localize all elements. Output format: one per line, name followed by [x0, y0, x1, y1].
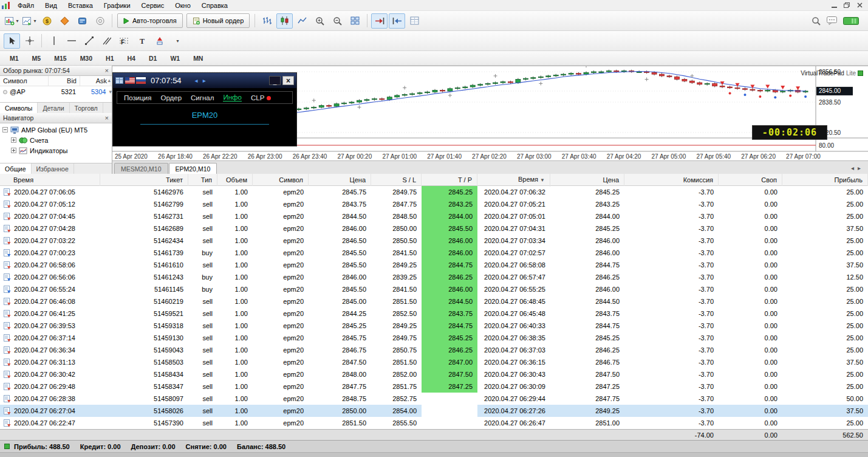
expand-icon[interactable]: [11, 137, 16, 143]
new-order-button[interactable]: Новый ордер: [186, 13, 250, 28]
tile-windows-button[interactable]: [347, 13, 363, 29]
history-row[interactable]: 2020.04.27 07:06:0551462976sell1.00epm20…: [0, 186, 868, 198]
profiles-button[interactable]: ▾: [21, 13, 38, 29]
history-row[interactable]: 2020.04.27 06:41:2551459521sell1.00epm20…: [0, 308, 868, 320]
timeframe-M30[interactable]: M30: [74, 53, 98, 64]
column-header-12[interactable]: Прибыль: [782, 174, 868, 186]
vtp-nav-arrows[interactable]: ◂▸: [195, 77, 211, 84]
mw-column-1[interactable]: Bid: [49, 76, 80, 86]
chart-tab-0[interactable]: MESM20,M10: [114, 163, 168, 174]
history-row[interactable]: 2020.04.27 06:29:4851458347sell1.00epm20…: [0, 380, 868, 393]
zoom-out-button[interactable]: [329, 13, 346, 29]
history-row[interactable]: 2020.04.27 06:30:4251458434sell1.00epm20…: [0, 368, 868, 380]
timeframe-H1[interactable]: H1: [100, 53, 120, 64]
history-row[interactable]: 2020.04.27 07:04:2851462689sell1.00epm20…: [0, 222, 868, 235]
vtp-tab-2[interactable]: Сигнал: [191, 94, 214, 101]
history-row[interactable]: 2020.04.27 06:28:3851458097sell1.00epm20…: [0, 393, 868, 405]
scroll-down-icon[interactable]: ▾: [109, 89, 112, 95]
text-tool-button[interactable]: T: [134, 33, 150, 49]
data-window-button[interactable]: [406, 13, 423, 29]
signals-button[interactable]: [92, 13, 108, 29]
cursor-tool-button[interactable]: [4, 33, 20, 49]
mw-tab-1[interactable]: Детали: [38, 103, 69, 113]
history-row[interactable]: 2020.04.27 07:05:1251462799sell1.00epm20…: [0, 198, 868, 210]
chart-tab-1[interactable]: EPM20,M10: [169, 163, 217, 174]
column-header-7[interactable]: T / P: [422, 174, 477, 186]
line-chart-mode-button[interactable]: [294, 13, 310, 29]
close-icon[interactable]: ×: [105, 114, 109, 122]
column-header-2[interactable]: Тип: [188, 174, 217, 186]
vertical-line-tool-button[interactable]: [46, 33, 62, 49]
autotrade-button[interactable]: Авто-торговля: [117, 13, 183, 28]
vtp-tab-4[interactable]: CLP: [251, 94, 271, 101]
history-row[interactable]: 2020.04.27 06:56:0651461243buy1.00epm202…: [0, 271, 868, 283]
navigator-item-0[interactable]: AMP Global (EU) MT5: [0, 125, 112, 135]
vtp-tab-1[interactable]: Ордер: [160, 94, 182, 101]
column-header-9[interactable]: Цена: [550, 174, 624, 186]
history-row[interactable]: 2020.04.27 06:58:0651461610sell1.00epm20…: [0, 259, 868, 271]
scroll-up-icon[interactable]: ▴: [108, 77, 111, 83]
column-header-0[interactable]: Время: [0, 174, 100, 186]
history-row[interactable]: 2020.04.27 06:36:3451459043sell1.00epm20…: [0, 344, 868, 356]
history-row[interactable]: 2020.04.27 07:00:2351461739buy1.00epm202…: [0, 247, 868, 259]
navigator-item-1[interactable]: Счета: [0, 135, 112, 145]
menu-item-2[interactable]: Вставка: [63, 0, 98, 11]
fibonacci-tool-button[interactable]: F: [116, 33, 132, 49]
history-row[interactable]: 2020.04.27 06:55:2451461145buy1.00epm202…: [0, 283, 868, 295]
navigator-item-2[interactable]: Индикаторы: [0, 145, 112, 156]
column-header-11[interactable]: Своп: [719, 174, 782, 186]
tab-scroll-arrows[interactable]: ◂▸: [851, 165, 864, 171]
timeframe-M5[interactable]: M5: [26, 53, 47, 64]
tools-dropdown-button[interactable]: ▾: [169, 33, 185, 49]
menu-item-5[interactable]: Окно: [169, 0, 196, 11]
market-watch-header[interactable]: Обзор рынка: 07:07:54 ×: [0, 66, 112, 76]
close-button[interactable]: [854, 1, 865, 10]
vtp-tab-0[interactable]: Позиция: [124, 94, 151, 101]
bar-chart-mode-button[interactable]: [259, 13, 275, 29]
column-header-4[interactable]: Символ: [253, 174, 309, 186]
timeframe-M15[interactable]: M15: [48, 53, 72, 64]
timeframe-H4[interactable]: H4: [121, 53, 142, 64]
history-row[interactable]: 2020.04.27 06:31:1351458503sell1.00epm20…: [0, 356, 868, 368]
terminal-button[interactable]: [74, 13, 91, 29]
collapse-icon[interactable]: [2, 127, 8, 132]
timeframe-D1[interactable]: D1: [143, 53, 163, 64]
nav-tab-1[interactable]: Избранное: [32, 163, 74, 174]
column-header-5[interactable]: Цена: [309, 174, 371, 186]
close-icon[interactable]: ×: [105, 67, 109, 74]
channel-tool-button[interactable]: [98, 33, 115, 49]
auto-scroll-button[interactable]: [389, 13, 405, 29]
history-row[interactable]: 2020.04.27 06:37:1451459130sell1.00epm20…: [0, 332, 868, 344]
mw-tab-2[interactable]: Торговл: [70, 103, 103, 113]
market-watch-toggle-button[interactable]: $: [39, 13, 55, 29]
history-row[interactable]: 2020.04.27 07:04:4551462731sell1.00epm20…: [0, 210, 868, 222]
menu-item-6[interactable]: Справка: [196, 0, 233, 11]
history-row[interactable]: 2020.04.27 06:22:4751457390sell1.00epm20…: [0, 417, 868, 429]
trendline-tool-button[interactable]: [81, 33, 97, 49]
column-header-6[interactable]: S / L: [371, 174, 422, 186]
flag-ru-icon[interactable]: [136, 77, 146, 84]
new-chart-button[interactable]: ▾: [4, 13, 20, 29]
nav-tab-0[interactable]: Общие: [0, 163, 32, 174]
history-row[interactable]: 2020.04.27 06:39:5351459318sell1.00epm20…: [0, 320, 868, 332]
menu-item-4[interactable]: Сервис: [136, 0, 170, 11]
shapes-tool-button[interactable]: [151, 33, 168, 49]
menu-item-0[interactable]: Файл: [12, 0, 39, 11]
column-header-8[interactable]: Время▼: [477, 173, 550, 187]
history-row[interactable]: 2020.04.27 06:46:0851460219sell1.00epm20…: [0, 295, 868, 308]
timeframe-MN[interactable]: MN: [187, 53, 209, 64]
navigator-header[interactable]: Навигатор ×: [0, 113, 112, 123]
candle-chart-mode-button[interactable]: [276, 13, 293, 29]
history-row[interactable]: 2020.04.27 06:27:0451458026sell1.00epm20…: [0, 405, 868, 417]
column-header-3[interactable]: Объем: [217, 174, 253, 186]
market-watch-row[interactable]: @AP53215304▾: [0, 86, 112, 97]
history-row[interactable]: 2020.04.27 07:03:2251462434sell1.00epm20…: [0, 235, 868, 247]
horizontal-line-tool-button[interactable]: [63, 33, 80, 49]
chart-shift-button[interactable]: [371, 13, 388, 29]
vtp-tab-3[interactable]: Инфо: [223, 94, 241, 101]
vtp-title-bar[interactable]: 07:07:54 ◂▸ _ ×: [113, 73, 296, 88]
mw-column-0[interactable]: Символ: [0, 76, 49, 86]
timeframe-W1[interactable]: W1: [164, 53, 186, 64]
mw-column-2[interactable]: Ask: [80, 76, 111, 86]
menu-item-3[interactable]: Графики: [98, 0, 136, 11]
